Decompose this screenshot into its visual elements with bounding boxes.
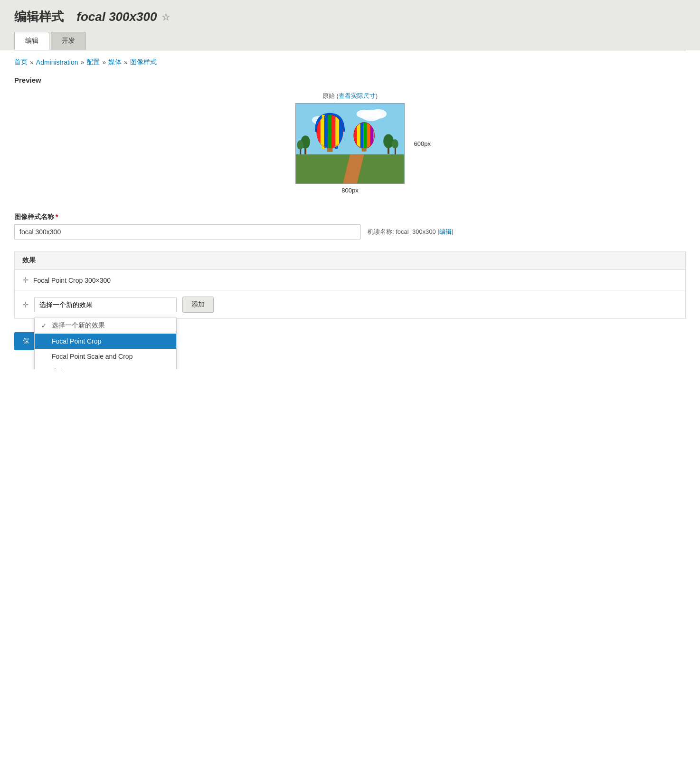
breadcrumb: 首页 » Administration » 配置 » 媒体 » 图像样式 <box>14 58 686 67</box>
drag-handle-icon[interactable]: ✛ <box>22 276 28 285</box>
svg-point-36 <box>383 134 394 148</box>
effect-select[interactable]: 选择一个新的效果 Focal Point Crop Focal Point Sc… <box>34 297 177 312</box>
svg-rect-26 <box>364 123 367 149</box>
svg-rect-25 <box>360 123 364 149</box>
machine-name-display: 机读名称: focal_300x300 [编辑] <box>368 228 454 236</box>
svg-rect-13 <box>321 115 324 149</box>
add-effect-row: ✛ 选择一个新的效果 Focal Point Crop Focal Point … <box>15 291 685 318</box>
svg-rect-15 <box>328 115 332 149</box>
preview-image <box>295 103 405 184</box>
effects-header: 效果 <box>15 251 685 270</box>
view-actual-size-link[interactable]: 查看实际尺寸 <box>339 92 376 99</box>
image-style-name-input[interactable] <box>14 224 361 240</box>
dropdown-menu: ✓ 选择一个新的效果 Focal Point Crop Focal Point … <box>34 317 177 369</box>
svg-rect-27 <box>367 123 370 149</box>
svg-rect-24 <box>357 123 360 149</box>
field-row-name: 机读名称: focal_300x300 [编辑] <box>14 224 686 240</box>
svg-point-3 <box>357 110 372 118</box>
breadcrumb-administration[interactable]: Administration <box>36 58 78 66</box>
title-prefix: 编辑样式 <box>14 9 64 25</box>
svg-rect-19 <box>327 148 333 152</box>
svg-point-38 <box>297 140 303 150</box>
tab-dev[interactable]: 开发 <box>51 32 86 50</box>
svg-rect-16 <box>331 115 335 149</box>
effect-name-0: Focal Point Crop 300×300 <box>33 277 111 284</box>
image-style-name-label: 图像样式名称* <box>14 213 686 221</box>
preview-label: 原始 (查看实际尺寸) <box>322 92 378 100</box>
svg-rect-14 <box>324 115 328 149</box>
effects-section: 效果 ✛ Focal Point Crop 300×300 ✛ 选择一个新的效果… <box>14 251 686 319</box>
page-title: 编辑样式 focal 300x300 ☆ <box>14 9 686 25</box>
svg-point-2 <box>370 109 387 119</box>
dropdown-item-focal-crop[interactable]: Focal Point Crop <box>35 334 176 349</box>
preview-section-title: Preview <box>14 76 686 84</box>
required-marker: * <box>56 213 58 221</box>
breadcrumb-config[interactable]: 配置 <box>86 58 100 67</box>
breadcrumb-media[interactable]: 媒体 <box>108 58 122 67</box>
effect-row-0: ✛ Focal Point Crop 300×300 <box>15 270 685 291</box>
drag-handle-icon-2: ✛ <box>22 300 28 309</box>
add-effect-button[interactable]: 添加 <box>182 297 214 313</box>
preview-area: 原始 (查看实际尺寸) <box>14 92 686 194</box>
dropdown-item-desaturate[interactable]: 去色 <box>35 364 176 369</box>
title-italic: focal 300x300 <box>76 10 157 24</box>
preview-height-label: 600px <box>414 140 431 147</box>
tab-bar: 编辑 开发 <box>14 32 686 50</box>
dropdown-item-placeholder[interactable]: ✓ 选择一个新的效果 <box>35 317 176 334</box>
preview-image-wrap: 600px <box>295 103 405 184</box>
page-body: 首页 » Administration » 配置 » 媒体 » 图像样式 Pre… <box>0 50 700 369</box>
select-wrapper: 选择一个新的效果 Focal Point Crop Focal Point Sc… <box>34 297 177 312</box>
breadcrumb-image-styles[interactable]: 图像样式 <box>130 58 157 67</box>
svg-rect-17 <box>335 115 339 149</box>
preview-width-label: 800px <box>341 187 358 194</box>
svg-rect-30 <box>362 148 367 152</box>
page-header: 编辑样式 focal 300x300 ☆ 编辑 开发 <box>0 0 700 50</box>
tab-edit[interactable]: 编辑 <box>14 32 49 50</box>
breadcrumb-home[interactable]: 首页 <box>14 58 28 67</box>
favorite-star-icon[interactable]: ☆ <box>161 11 170 23</box>
svg-point-40 <box>392 139 398 149</box>
edit-machine-name-link[interactable]: 编辑 <box>439 228 452 235</box>
dropdown-item-focal-scale-crop[interactable]: Focal Point Scale and Crop <box>35 349 176 364</box>
field-section-name: 图像样式名称* 机读名称: focal_300x300 [编辑] <box>14 213 686 240</box>
